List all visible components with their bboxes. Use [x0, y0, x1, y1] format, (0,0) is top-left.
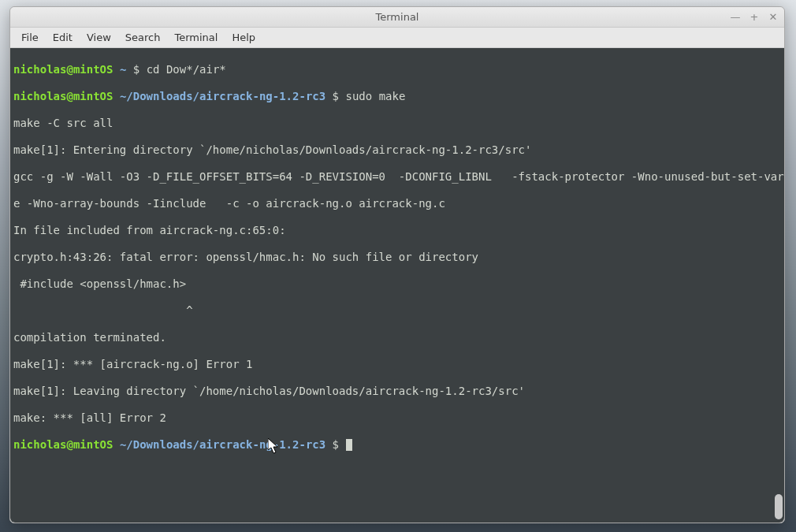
terminal-line: compilation terminated.: [13, 331, 781, 344]
terminal-line: ^: [13, 304, 781, 318]
window-controls: — + ✕: [729, 7, 779, 27]
terminal-line: crypto.h:43:26: fatal error: openssl/hma…: [13, 251, 781, 264]
menubar: File Edit View Search Terminal Help: [10, 28, 784, 48]
terminal-window: Terminal — + ✕ File Edit View Search Ter…: [9, 6, 785, 523]
terminal-line: nicholas@mintOS ~/Downloads/aircrack-ng-…: [13, 438, 781, 452]
terminal-content[interactable]: nicholas@mintOS ~ $ cd Dow*/air* nichola…: [10, 48, 784, 523]
menu-help[interactable]: Help: [225, 29, 262, 46]
terminal-line: nicholas@mintOS ~/Downloads/aircrack-ng-…: [13, 90, 781, 103]
menu-terminal[interactable]: Terminal: [168, 29, 224, 46]
terminal-line: In file included from aircrack-ng.c:65:0…: [13, 224, 781, 237]
minimize-button[interactable]: —: [729, 11, 742, 24]
terminal-line: gcc -g -W -Wall -O3 -D_FILE_OFFSET_BITS=…: [13, 170, 781, 184]
cursor-block: [346, 439, 352, 451]
terminal-line: make[1]: *** [aircrack-ng.o] Error 1: [13, 358, 781, 371]
close-button[interactable]: ✕: [767, 11, 779, 24]
scrollbar-thumb[interactable]: [775, 494, 783, 519]
menu-edit[interactable]: Edit: [46, 29, 79, 46]
window-title: Terminal: [376, 11, 419, 23]
terminal-line: make[1]: Leaving directory `/home/nichol…: [13, 385, 781, 398]
terminal-line: make[1]: Entering directory `/home/nicho…: [13, 143, 781, 157]
terminal-line: make: *** [all] Error 2: [13, 411, 781, 425]
menu-view[interactable]: View: [80, 29, 117, 46]
terminal-line: nicholas@mintOS ~ $ cd Dow*/air*: [13, 63, 781, 76]
titlebar[interactable]: Terminal — + ✕: [10, 7, 784, 28]
terminal-line: e -Wno-array-bounds -Iinclude -c -o airc…: [13, 197, 781, 210]
menu-file[interactable]: File: [15, 29, 45, 46]
terminal-line: make -C src all: [13, 117, 781, 130]
maximize-button[interactable]: +: [748, 11, 761, 24]
menu-search[interactable]: Search: [119, 29, 167, 46]
terminal-line: #include <openssl/hmac.h>: [13, 277, 781, 291]
